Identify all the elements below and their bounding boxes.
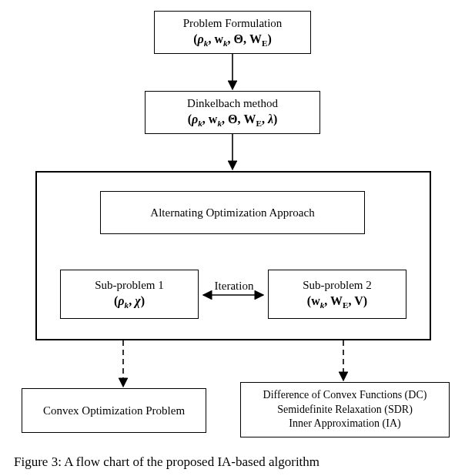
box-problem-title: Problem Formulation [183,16,283,31]
box-problem-formulation: Problem Formulation (ρk, wk, Θ, WE) [154,11,311,54]
box-dinkelbach-math: (ρk, wk, Θ, WE, λ) [188,112,278,129]
box-convex-line1: Convex Optimization Problem [43,404,185,418]
box-sub2-math: (wk, WE, V) [307,293,367,310]
label-iteration: Iteration [212,280,256,293]
figure-caption: Figure 3: A flow chart of the proposed I… [14,454,319,470]
caption-rest: A flow chart of the proposed IA-based al… [62,454,319,469]
box-sub1-title: Sub-problem 1 [95,278,164,293]
caption-prefix: Figure 3: [14,454,62,469]
box-methods-line1: Difference of Convex Functions (DC) [263,388,427,403]
box-problem-math: (ρk, wk, Θ, WE) [193,32,272,49]
box-dinkelbach-title: Dinkelbach method [187,96,278,111]
box-ao-approach: Alternating Optimization Approach [100,191,365,234]
box-sub2-title: Sub-problem 2 [303,278,372,293]
box-sub1-math: (ρk, χ) [114,293,145,310]
box-ao-title: Alternating Optimization Approach [150,206,314,220]
box-methods: Difference of Convex Functions (DC) Semi… [240,382,450,437]
box-methods-line2: Semidefinite Relaxation (SDR) [277,403,413,417]
box-dinkelbach: Dinkelbach method (ρk, wk, Θ, WE, λ) [145,91,320,134]
box-subproblem-1: Sub-problem 1 (ρk, χ) [60,270,199,319]
box-methods-line3: Inner Approximation (IA) [289,417,400,431]
box-subproblem-2: Sub-problem 2 (wk, WE, V) [268,270,406,319]
box-convex-problem: Convex Optimization Problem [22,388,206,433]
